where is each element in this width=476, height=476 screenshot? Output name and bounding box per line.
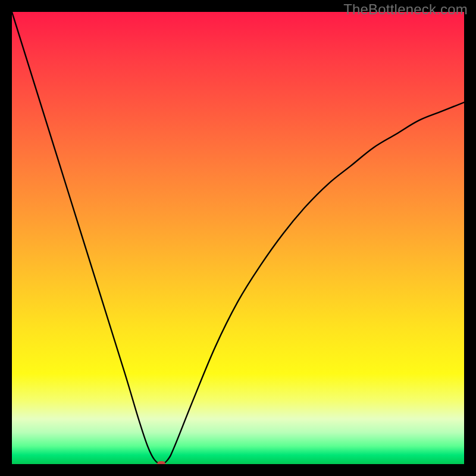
watermark-text: TheBottleneck.com (343, 1, 468, 18)
plot-area (12, 12, 464, 464)
bottleneck-curve (12, 12, 464, 464)
curve-layer (12, 12, 464, 464)
chart-frame: TheBottleneck.com (0, 0, 476, 476)
optimal-point-marker (157, 461, 165, 464)
